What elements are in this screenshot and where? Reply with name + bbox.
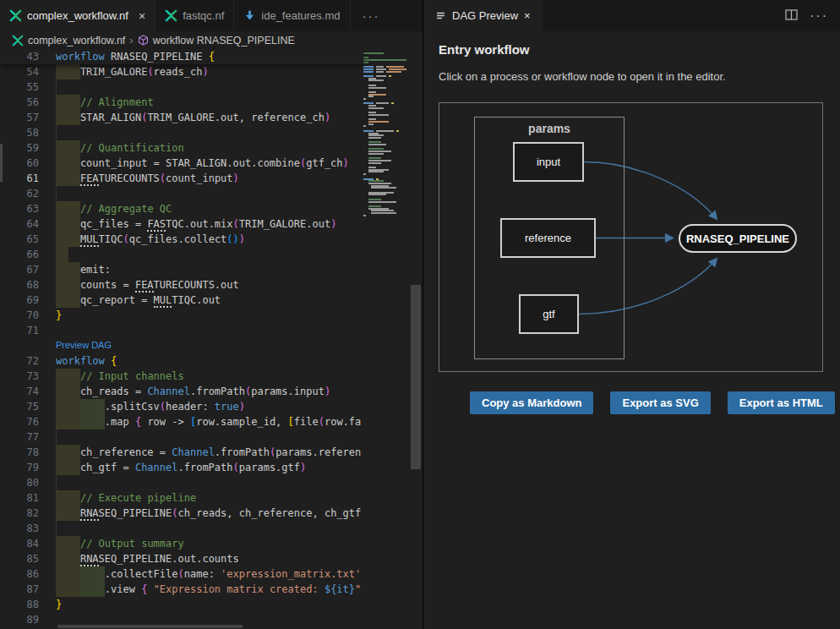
minimap-line xyxy=(386,66,404,68)
editor-group: complex_workflow.nf×fastqc.nfide_feature… xyxy=(0,0,423,629)
minimap-line xyxy=(376,71,384,73)
line-number: 67 xyxy=(0,262,39,277)
minimap-line xyxy=(363,62,368,63)
line-number: 79 xyxy=(0,460,39,475)
code-text xyxy=(56,475,363,490)
minimap-line xyxy=(368,112,376,113)
dag-node-rnaseq-pipeline[interactable]: RNASEQ_PIPELINE xyxy=(679,224,797,253)
minimap-line xyxy=(368,205,381,207)
minimap-line xyxy=(368,107,384,109)
export-as-html-button[interactable]: Export as HTML xyxy=(728,391,835,414)
code-text: ch_reads = Channel.fromPath(params.input… xyxy=(56,384,363,399)
minimap-line xyxy=(371,210,394,211)
close-icon[interactable]: × xyxy=(524,9,531,22)
minimap-line xyxy=(363,57,368,58)
code-line-78: 78 ch_reference = Channel.fromPath(param… xyxy=(0,445,363,460)
split-editor-icon[interactable] xyxy=(785,8,798,24)
panel-actions: ··· xyxy=(785,0,840,31)
editor-tab-ide-features-md[interactable]: ide_features.md xyxy=(234,0,350,31)
tab-dag-preview[interactable]: DAG Preview × xyxy=(423,0,543,31)
code-line-75: 75 .splitCsv(header: true) xyxy=(0,399,363,414)
minimap-line xyxy=(363,59,406,61)
minimap-line xyxy=(389,75,391,77)
line-number: 76 xyxy=(0,414,39,429)
line-number: 81 xyxy=(0,490,39,506)
minimap-line xyxy=(371,187,396,189)
dag-node-input[interactable]: input xyxy=(513,142,584,182)
line-number: 43 xyxy=(0,49,39,64)
line-number: 63 xyxy=(0,201,39,216)
minimap-line xyxy=(391,102,394,104)
code-line-67: 67 emit: xyxy=(0,262,363,277)
code-line-82: 82 RNASEQ_PIPELINE(ch_reads, ch_referenc… xyxy=(0,506,363,521)
tab-label: complex_workflow.nf xyxy=(27,9,128,22)
code-line-58: 58 xyxy=(0,125,363,140)
line-number: 62 xyxy=(0,186,39,201)
line-number: 87 xyxy=(0,582,39,597)
code-line-89: 89 xyxy=(0,612,363,627)
breadcrumb: complex_workflow.nf › workflow RNASEQ_PI… xyxy=(0,31,423,49)
sticky-scroll-line[interactable]: 43workflow RNASEQ_PIPELINE { xyxy=(0,49,363,64)
line-number: 86 xyxy=(0,566,39,582)
close-icon[interactable]: × xyxy=(139,10,145,22)
dag-node-reference[interactable]: reference xyxy=(500,218,596,258)
minimap-line xyxy=(368,134,384,136)
code-text: // Input channels xyxy=(56,369,363,384)
minimap-line xyxy=(363,68,374,70)
minimap-line xyxy=(368,199,381,200)
line-number: 70 xyxy=(0,308,39,323)
code-text: count_input = STAR_ALIGN.out.combine(gtf… xyxy=(56,156,363,171)
minimap-line xyxy=(368,105,376,107)
code-text xyxy=(56,186,363,201)
minimap-line xyxy=(368,194,386,195)
vertical-scrollbar[interactable] xyxy=(411,285,421,469)
code-line-55: 55 xyxy=(0,79,363,95)
dag-node-reference-label: reference xyxy=(525,232,571,244)
line-number: 60 xyxy=(0,156,39,171)
code-line-56: 56 // Alignment xyxy=(0,95,363,110)
editor-tab-complex-workflow-nf[interactable]: complex_workflow.nf× xyxy=(0,0,155,31)
nextflow-icon xyxy=(9,9,22,22)
export-button-row: Copy as MarkdownExport as SVGExport as H… xyxy=(470,391,835,414)
export-as-svg-button[interactable]: Export as SVG xyxy=(610,391,710,414)
minimap-line xyxy=(368,78,376,79)
panel-description: Click on a process or workflow node to o… xyxy=(439,70,726,83)
more-actions-icon[interactable]: ··· xyxy=(810,8,828,24)
nextflow-icon xyxy=(12,35,24,46)
tab-label: fastqc.nf xyxy=(183,9,224,22)
breadcrumb-file[interactable]: complex_workflow.nf xyxy=(28,35,125,46)
line-number: 82 xyxy=(0,506,39,521)
code-line-87: 87 .view { "Expression matrix created: $… xyxy=(0,582,363,597)
code-text xyxy=(56,79,363,95)
code-line-59: 59 // Quantification xyxy=(0,140,363,156)
code-text: } xyxy=(56,308,363,323)
minimap-line xyxy=(386,71,401,73)
minimap-line xyxy=(363,102,374,104)
minimap-line xyxy=(363,130,374,132)
minimap-line xyxy=(376,68,386,70)
code-text: .view { "Expression matrix created: ${it… xyxy=(56,582,363,597)
minimap-line xyxy=(368,133,379,134)
minimap-line xyxy=(376,75,386,77)
code-text: // Aggregate QC xyxy=(56,201,363,216)
code-line-80: 80 xyxy=(0,475,363,490)
copy-as-markdown-button[interactable]: Copy as Markdown xyxy=(470,391,593,414)
minimap-line xyxy=(363,66,374,68)
line-number: 83 xyxy=(0,521,39,536)
minimap-line xyxy=(363,173,366,175)
minimap[interactable] xyxy=(363,49,411,629)
minimap-line xyxy=(368,192,394,194)
dag-node-gtf[interactable]: gtf xyxy=(519,294,579,334)
code-text xyxy=(56,521,363,536)
editor-tab-fastqc-nf[interactable]: fastqc.nf xyxy=(155,0,234,31)
breadcrumb-symbol[interactable]: workflow RNASEQ_PIPELINE xyxy=(153,35,295,46)
line-number: 77 xyxy=(0,429,39,445)
code-text: .splitCsv(header: true) xyxy=(56,399,363,414)
tab-overflow-icon[interactable]: ··· xyxy=(351,0,392,31)
line-number: 74 xyxy=(0,384,39,399)
code-editor[interactable]: 54 TRIM_GALORE(reads_ch)5556 // Alignmen… xyxy=(0,49,423,629)
codelens-preview-dag[interactable]: Preview DAG xyxy=(56,340,112,350)
minimap-line xyxy=(368,144,386,145)
code-line-83: 83 xyxy=(0,521,363,536)
minimap-line xyxy=(368,157,381,159)
